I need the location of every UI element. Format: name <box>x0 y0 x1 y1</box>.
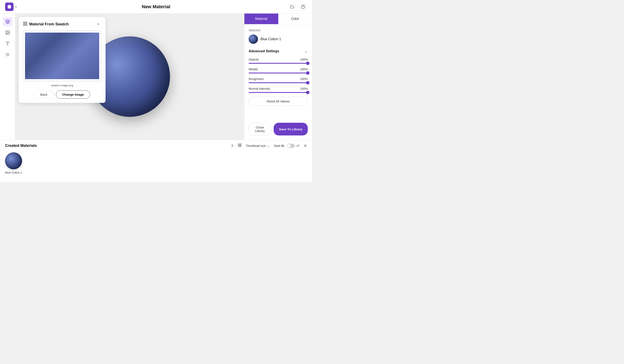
swatch-filename: swatch image.png <box>23 84 101 87</box>
swatch-image-container <box>23 30 101 81</box>
svg-line-10 <box>6 53 6 53</box>
advanced-settings-header[interactable]: Advanced Settings ⌄ <box>249 49 308 54</box>
normal-intensity-fill <box>249 92 308 93</box>
hamburger-icon[interactable]: ≡ <box>231 143 234 148</box>
svg-marker-2 <box>5 20 9 22</box>
tab-material[interactable]: Material <box>244 14 278 24</box>
swatch-panel-header: Material From Swatch × <box>23 21 101 27</box>
right-panel-tabs: Material Color <box>244 14 312 24</box>
svg-rect-23 <box>240 146 241 147</box>
toggle-thumb <box>287 144 291 148</box>
material-thumbnail-ball <box>5 152 22 169</box>
selected-material-ball <box>249 34 258 44</box>
dark-bk-toggle[interactable] <box>287 144 295 148</box>
sidebar-item-layers[interactable] <box>3 17 12 26</box>
sidebar-item-image[interactable] <box>3 28 12 37</box>
normal-intensity-thumb[interactable] <box>306 91 310 94</box>
opacity-value: 100% <box>300 58 308 61</box>
thumbnail-size-label: Thumbnail size <box>246 144 266 148</box>
selected-material-name: Blue Cotton 1 <box>260 37 281 41</box>
reset-all-values-button[interactable]: Reset All Values <box>249 97 308 106</box>
roughness-thumb[interactable] <box>306 81 310 84</box>
roughness-label: Roughness <box>249 77 264 81</box>
right-panel-content: Selected Blue Cotton 1 Advanced Settings… <box>244 24 312 123</box>
back-button[interactable]: Back <box>34 90 53 99</box>
close-library-button[interactable]: Close Library <box>249 123 271 136</box>
swatch-panel-title-text: Material From Swatch <box>29 22 69 26</box>
logo-icon[interactable] <box>5 2 14 11</box>
dark-bk-label: Dark Bk. <box>274 144 285 148</box>
normal-intensity-label: Normal Intensity <box>249 87 270 90</box>
svg-line-11 <box>9 56 9 56</box>
canvas-area: Material From Swatch × swatch image.png … <box>15 14 244 140</box>
metalic-value: 100% <box>300 68 308 71</box>
svg-rect-18 <box>26 24 27 25</box>
advanced-settings-title: Advanced Settings <box>249 49 279 53</box>
swatch-close-button[interactable]: × <box>95 21 101 27</box>
change-image-button[interactable]: Change Image <box>56 90 90 99</box>
save-to-library-button[interactable]: Save To Library <box>274 123 308 136</box>
material-item-name: Blue Cotton 1 <box>5 171 22 174</box>
metalic-slider-group: Metalic 100% <box>249 68 308 73</box>
swatch-image <box>25 33 99 79</box>
svg-point-4 <box>7 32 7 32</box>
header: ▾ New Material <box>0 0 312 14</box>
svg-rect-21 <box>240 144 241 145</box>
normal-intensity-value: 100% <box>300 87 308 90</box>
dark-bk-control: Dark Bk. off <box>274 144 299 148</box>
right-panel: Material Color Selected Blue Cotton 1 Ad… <box>244 14 312 140</box>
svg-rect-22 <box>238 146 239 147</box>
svg-rect-16 <box>24 22 25 23</box>
bottom-panel: Created Materials ≡ Thumbnail size ⌄ Dar… <box>0 140 312 182</box>
sidebar-item-text[interactable] <box>3 39 12 48</box>
metalic-track[interactable] <box>249 73 308 73</box>
swatch-panel: Material From Swatch × swatch image.png … <box>19 17 105 103</box>
opacity-thumb[interactable] <box>306 62 310 65</box>
created-materials-title: Created Materials <box>5 143 37 148</box>
left-sidebar <box>0 14 15 140</box>
thumbnail-size-selector[interactable]: Thumbnail size ⌄ <box>246 144 270 148</box>
opacity-fill <box>249 63 308 64</box>
toggle-off-label: off <box>296 144 299 148</box>
svg-rect-19 <box>24 24 25 25</box>
bottom-controls: ≡ Thumbnail size ⌄ Dark Bk. off <box>231 143 307 148</box>
normal-intensity-slider-group: Normal Intensity 100% <box>249 87 308 93</box>
svg-rect-20 <box>238 144 239 145</box>
grid-icon[interactable] <box>238 143 242 148</box>
header-left: ▾ <box>5 2 17 11</box>
swatch-panel-title: Material From Swatch <box>23 21 69 27</box>
selected-label: Selected <box>249 29 308 32</box>
opacity-label: Opacity <box>249 58 259 61</box>
roughness-value: 100% <box>300 77 308 81</box>
sidebar-item-lighting[interactable] <box>3 50 12 59</box>
roughness-slider-group: Roughness 100% <box>249 77 308 83</box>
normal-intensity-track[interactable] <box>249 92 308 93</box>
help-icon[interactable] <box>299 3 307 11</box>
swatch-icon <box>23 21 27 27</box>
thumbnail-size-chevron: ⌄ <box>267 144 270 148</box>
metalic-fill <box>249 73 308 73</box>
svg-line-14 <box>6 56 6 56</box>
main-area: Material From Swatch × swatch image.png … <box>0 14 312 140</box>
cloud-icon[interactable] <box>288 3 296 11</box>
opacity-slider-group: Opacity 100% <box>249 58 308 64</box>
header-actions <box>288 3 307 11</box>
header-title: New Material <box>142 4 170 10</box>
tab-color[interactable]: Color <box>278 14 312 24</box>
close-bottom-panel-button[interactable]: ✕ <box>304 143 307 148</box>
svg-rect-17 <box>26 22 27 23</box>
chevron-down-icon: ⌄ <box>305 49 308 54</box>
metalic-label: Metalic <box>249 68 258 71</box>
bottom-panel-header: Created Materials ≡ Thumbnail size ⌄ Dar… <box>5 143 307 148</box>
metalic-thumb[interactable] <box>306 71 310 75</box>
materials-grid: Blue Cotton 1 <box>5 152 307 174</box>
opacity-track[interactable] <box>249 63 308 64</box>
roughness-fill <box>249 82 308 83</box>
swatch-buttons: Back Change Image <box>23 90 101 99</box>
selected-material: Blue Cotton 1 <box>249 34 308 44</box>
svg-line-15 <box>9 53 9 53</box>
header-dropdown-arrow[interactable]: ▾ <box>15 5 17 8</box>
roughness-track[interactable] <box>249 82 308 83</box>
svg-point-7 <box>7 54 8 55</box>
list-item[interactable]: Blue Cotton 1 <box>5 152 22 174</box>
